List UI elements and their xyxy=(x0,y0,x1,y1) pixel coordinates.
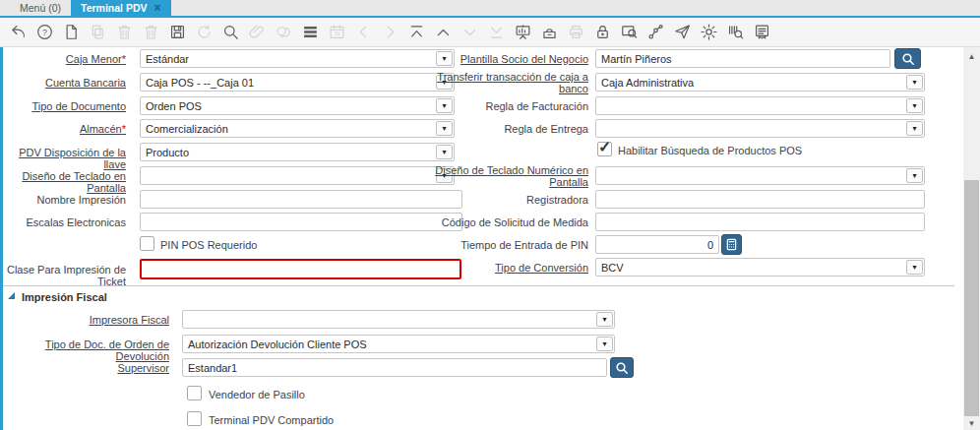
pin-requerido-checkbox[interactable] xyxy=(140,236,154,251)
diseno-teclado-num-select[interactable]: ▾ xyxy=(595,166,925,185)
process-icon[interactable] xyxy=(700,23,718,41)
tipo-doc-devolucion-select[interactable]: Autorización Devolución Cliente POS▾ xyxy=(182,335,615,353)
next-record-icon xyxy=(381,23,399,41)
dropdown-arrow-icon[interactable]: ▾ xyxy=(906,121,923,136)
grid-toggle-icon[interactable] xyxy=(301,23,320,41)
caja-menor-label[interactable]: Caja Menor* xyxy=(0,53,126,65)
nombre-impresion-label: Nombre Impresión xyxy=(0,194,126,206)
tab-strip: Menú (0) Terminal PDV × xyxy=(0,0,980,18)
dropdown-arrow-icon[interactable]: ▾ xyxy=(906,168,923,183)
tipo-doc-devolucion-label[interactable]: Tipo de Doc. de Orden de Devolución xyxy=(0,338,169,362)
report-icon[interactable] xyxy=(753,23,771,41)
escalas-input[interactable] xyxy=(140,213,462,231)
tab-menu[interactable]: Menú (0) xyxy=(10,0,71,16)
nombre-impresion-input[interactable] xyxy=(140,190,462,209)
tipo-conversion-select[interactable]: BCV▾ xyxy=(595,258,925,276)
regla-facturacion-select[interactable]: ▾ xyxy=(595,96,925,115)
pin-requerido-label: PIN POS Requerido xyxy=(160,239,257,251)
delete-selection-icon xyxy=(142,23,160,41)
undo-icon[interactable] xyxy=(9,23,28,41)
toolbar xyxy=(0,18,980,47)
tipo-conversion-label[interactable]: Tipo de Conversión xyxy=(433,262,588,274)
last-record-icon xyxy=(487,23,506,41)
caja-menor-select[interactable]: Estándar▾ xyxy=(140,49,455,68)
plantilla-socio-search-button[interactable] xyxy=(894,48,921,69)
regla-facturacion-label: Regla de Facturación xyxy=(433,100,588,112)
dropdown-arrow-icon[interactable]: ▾ xyxy=(596,312,613,327)
terminal-compartido-label: Terminal PDV Compartido xyxy=(209,414,334,426)
dropdown-arrow-icon[interactable]: ▾ xyxy=(906,75,923,90)
plantilla-socio-input[interactable] xyxy=(595,49,890,68)
tipo-documento-label[interactable]: Tipo de Documento xyxy=(0,100,126,112)
diseno-teclado-label[interactable]: Diseño de Teclado en Pantalla xyxy=(0,170,126,194)
pdv-disposicion-label[interactable]: PDV Disposición de la llave xyxy=(0,147,126,170)
archive-icon[interactable] xyxy=(540,23,559,41)
cuenta-bancaria-select[interactable]: Caja POS - --_Caja 01▾ xyxy=(140,73,455,92)
diseno-teclado-select[interactable]: ▾ xyxy=(140,166,455,185)
transferir-select[interactable]: Caja Administrativa▾ xyxy=(595,73,925,92)
workflow-window-icon[interactable] xyxy=(514,23,532,41)
habilitar-busqueda-checkbox[interactable] xyxy=(597,142,612,156)
vendedor-pasillo-checkbox[interactable] xyxy=(187,386,202,400)
help-icon[interactable] xyxy=(35,23,54,41)
almacen-select[interactable]: Comercialización▾ xyxy=(140,119,455,138)
vertical-scrollbar[interactable]: ▲ ▼ xyxy=(963,47,980,430)
codigo-solicitud-input[interactable] xyxy=(595,213,925,231)
dropdown-arrow-icon[interactable]: ▾ xyxy=(436,145,453,159)
chat-icon xyxy=(275,23,293,41)
history-icon xyxy=(328,23,346,41)
registradora-input[interactable] xyxy=(595,190,925,209)
codigo-solicitud-label: Código de Solicitud de Medida xyxy=(433,216,588,228)
lock-icon[interactable] xyxy=(593,23,612,41)
scroll-up-icon[interactable]: ▲ xyxy=(963,49,980,63)
supervisor-label[interactable]: Supervisor xyxy=(0,362,169,374)
dropdown-arrow-icon[interactable]: ▾ xyxy=(906,260,923,275)
product-info-icon[interactable] xyxy=(726,23,745,41)
supervisor-search-button[interactable] xyxy=(610,357,634,378)
transferir-label[interactable]: Transferir transacción de caja a banco xyxy=(433,71,588,94)
clase-ticket-input[interactable] xyxy=(140,259,461,279)
tiempo-pin-calculator-button[interactable] xyxy=(721,234,742,255)
check-workflow-icon[interactable] xyxy=(646,23,665,41)
tiempo-pin-label: Tiempo de Entrada de PIN xyxy=(433,239,588,251)
diseno-teclado-num-label[interactable]: Diseño de Teclado Numérico en Pantalla xyxy=(433,164,588,188)
save-icon[interactable] xyxy=(168,23,187,41)
new-record-icon[interactable] xyxy=(62,23,81,41)
escalas-label: Escalas Electronicas xyxy=(0,216,126,228)
almacen-label[interactable]: Almacén* xyxy=(0,123,126,135)
regla-entrega-label: Regla de Entrega xyxy=(433,123,588,135)
required-asterisk: * xyxy=(122,53,126,65)
first-record-icon[interactable] xyxy=(407,23,426,41)
dropdown-arrow-icon[interactable]: ▾ xyxy=(906,98,923,113)
tiempo-pin-input[interactable] xyxy=(595,235,719,254)
find-icon[interactable] xyxy=(221,23,240,41)
search-icon xyxy=(615,361,629,375)
tipo-documento-select[interactable]: Orden POS▾ xyxy=(140,96,455,115)
section-title: Impresión Fiscal xyxy=(22,291,107,303)
collapse-group-icon[interactable] xyxy=(8,292,15,299)
cuenta-bancaria-label[interactable]: Cuenta Bancaria xyxy=(0,77,126,89)
plantilla-socio-label[interactable]: Plantilla Socio del Negocio xyxy=(433,53,588,65)
parent-record-icon[interactable] xyxy=(434,23,453,41)
request-icon[interactable] xyxy=(673,23,692,41)
regla-entrega-select[interactable]: ▾ xyxy=(595,119,925,138)
pdv-disposicion-select[interactable]: Producto▾ xyxy=(140,143,455,161)
tab-menu-label: Menú (0) xyxy=(20,2,61,14)
print-icon xyxy=(567,23,585,41)
impresora-fiscal-label[interactable]: Impresora Fiscal xyxy=(0,314,169,326)
zoom-across-icon[interactable] xyxy=(620,23,639,41)
previous-record-icon xyxy=(354,23,373,41)
scrollbar-thumb[interactable] xyxy=(964,180,979,416)
dropdown-arrow-icon[interactable]: ▾ xyxy=(596,337,613,351)
scroll-down-icon[interactable]: ▼ xyxy=(963,416,980,430)
terminal-pdv-form: Caja Menor* Estándar▾ Plantilla Socio de… xyxy=(0,47,980,430)
tab-terminal-pdv[interactable]: Terminal PDV × xyxy=(71,0,171,16)
calculator-icon xyxy=(725,238,738,251)
vendedor-pasillo-label: Vendedor de Pasillo xyxy=(209,389,305,400)
clase-ticket-label: Clase Para Impresión de Ticket xyxy=(0,264,126,287)
impresora-fiscal-select[interactable]: ▾ xyxy=(182,310,615,329)
close-tab-icon[interactable]: × xyxy=(154,3,161,13)
registradora-label: Registradora xyxy=(433,194,588,206)
terminal-compartido-checkbox[interactable] xyxy=(187,411,202,426)
supervisor-input[interactable] xyxy=(182,358,607,377)
